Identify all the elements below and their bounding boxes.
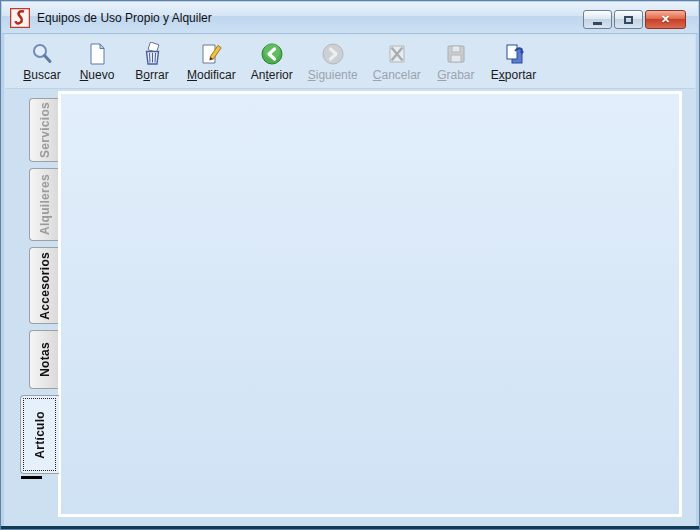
save-floppy-icon	[444, 40, 468, 67]
new-document-icon	[85, 40, 109, 67]
tab-articulo[interactable]: Artículo	[20, 395, 59, 474]
minimize-icon	[593, 22, 602, 25]
tab-notas[interactable]: Notas	[29, 330, 59, 389]
arrow-left-icon	[260, 40, 284, 67]
siguiente-button: Siguiente	[305, 39, 361, 83]
tab-alquileres: Alquileres	[29, 168, 59, 241]
app-logo-icon	[10, 8, 30, 28]
tab-accesorios[interactable]: Accesorios	[29, 247, 59, 324]
articulo-tab-page	[58, 91, 682, 517]
app-window: Equipos de Uso Propio y Alquiler ✕ Busca…	[0, 0, 700, 530]
buscar-button[interactable]: Buscar	[19, 39, 65, 83]
arrow-right-icon	[321, 40, 345, 67]
export-icon	[502, 40, 526, 67]
anterior-button[interactable]: Anterior	[248, 39, 296, 83]
borrar-button[interactable]: Borrar	[129, 39, 175, 83]
search-icon	[30, 40, 54, 67]
trash-icon	[140, 40, 164, 67]
cancel-x-icon	[385, 40, 409, 67]
titlebar: Equipos de Uso Propio y Alquiler ✕	[2, 2, 698, 34]
active-tab-marker	[21, 476, 42, 479]
close-button[interactable]: ✕	[645, 10, 686, 29]
maximize-icon	[624, 16, 633, 24]
modificar-button[interactable]: Modificar	[184, 39, 239, 83]
toolbar: Buscar Nuevo Borrar Modificar Anterior	[5, 35, 695, 89]
maximize-button[interactable]	[614, 10, 643, 29]
cancelar-button: Cancelar	[370, 39, 424, 83]
edit-icon	[199, 40, 223, 67]
exportar-button[interactable]: Exportar	[488, 39, 539, 83]
nuevo-button[interactable]: Nuevo	[74, 39, 120, 83]
tab-servicios: Servicios	[29, 98, 59, 162]
grabar-button: Grabar	[433, 39, 479, 83]
minimize-button[interactable]	[583, 10, 612, 29]
window-title: Equipos de Uso Propio y Alquiler	[37, 11, 212, 25]
close-icon: ✕	[661, 14, 670, 25]
